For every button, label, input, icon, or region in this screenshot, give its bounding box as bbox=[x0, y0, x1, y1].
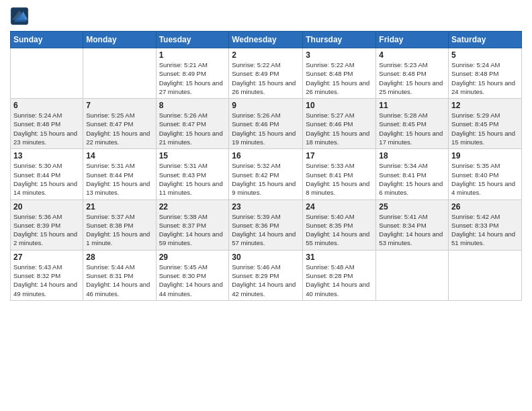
day-number: 30 bbox=[232, 253, 300, 262]
calendar-cell bbox=[11, 48, 83, 99]
calendar-cell: 1Sunrise: 5:21 AM Sunset: 8:49 PM Daylig… bbox=[156, 48, 229, 99]
calendar-cell bbox=[83, 48, 156, 99]
day-number: 6 bbox=[13, 101, 80, 110]
header-monday: Monday bbox=[83, 32, 156, 48]
calendar-week-1: 6Sunrise: 5:24 AM Sunset: 8:48 PM Daylig… bbox=[11, 99, 522, 149]
day-number: 15 bbox=[159, 151, 226, 161]
day-number: 26 bbox=[451, 202, 519, 212]
day-info: Sunrise: 5:28 AM Sunset: 8:45 PM Dayligh… bbox=[379, 111, 445, 146]
calendar-cell: 9Sunrise: 5:26 AM Sunset: 8:46 PM Daylig… bbox=[229, 99, 303, 149]
calendar-table: SundayMondayTuesdayWednesdayThursdayFrid… bbox=[10, 31, 522, 301]
header-wednesday: Wednesday bbox=[229, 32, 303, 48]
day-info: Sunrise: 5:37 AM Sunset: 8:38 PM Dayligh… bbox=[86, 212, 152, 248]
calendar-cell: 26Sunrise: 5:42 AM Sunset: 8:33 PM Dayli… bbox=[449, 199, 522, 250]
day-info: Sunrise: 5:38 AM Sunset: 8:37 PM Dayligh… bbox=[159, 212, 226, 248]
day-number: 8 bbox=[159, 101, 226, 110]
day-number: 19 bbox=[451, 151, 519, 161]
day-info: Sunrise: 5:45 AM Sunset: 8:30 PM Dayligh… bbox=[159, 263, 226, 298]
day-info: Sunrise: 5:22 AM Sunset: 8:49 PM Dayligh… bbox=[232, 60, 300, 96]
day-number: 29 bbox=[159, 253, 226, 262]
day-number: 25 bbox=[379, 202, 445, 212]
day-info: Sunrise: 5:25 AM Sunset: 8:47 PM Dayligh… bbox=[86, 111, 152, 146]
calendar-header-row: SundayMondayTuesdayWednesdayThursdayFrid… bbox=[11, 32, 522, 48]
calendar-cell: 7Sunrise: 5:25 AM Sunset: 8:47 PM Daylig… bbox=[83, 99, 156, 149]
day-number: 16 bbox=[232, 151, 300, 161]
day-number: 21 bbox=[86, 202, 152, 212]
calendar-cell: 11Sunrise: 5:28 AM Sunset: 8:45 PM Dayli… bbox=[376, 99, 449, 149]
calendar-cell: 15Sunrise: 5:31 AM Sunset: 8:43 PM Dayli… bbox=[156, 149, 229, 199]
day-number: 13 bbox=[13, 151, 80, 161]
day-info: Sunrise: 5:27 AM Sunset: 8:46 PM Dayligh… bbox=[306, 111, 373, 146]
day-number: 23 bbox=[232, 202, 300, 212]
day-info: Sunrise: 5:44 AM Sunset: 8:31 PM Dayligh… bbox=[86, 263, 152, 298]
header-thursday: Thursday bbox=[303, 32, 376, 48]
day-number: 18 bbox=[379, 151, 445, 161]
calendar-cell: 25Sunrise: 5:41 AM Sunset: 8:34 PM Dayli… bbox=[376, 199, 449, 250]
day-number: 20 bbox=[13, 202, 80, 212]
logo bbox=[10, 7, 30, 26]
calendar-cell bbox=[449, 250, 522, 300]
day-number: 14 bbox=[86, 151, 152, 161]
day-info: Sunrise: 5:26 AM Sunset: 8:47 PM Dayligh… bbox=[159, 111, 226, 146]
calendar-cell: 12Sunrise: 5:29 AM Sunset: 8:45 PM Dayli… bbox=[449, 99, 522, 149]
header-saturday: Saturday bbox=[449, 32, 522, 48]
day-info: Sunrise: 5:32 AM Sunset: 8:42 PM Dayligh… bbox=[232, 161, 300, 197]
day-info: Sunrise: 5:31 AM Sunset: 8:44 PM Dayligh… bbox=[86, 161, 152, 197]
day-number: 10 bbox=[306, 101, 373, 110]
calendar-cell: 4Sunrise: 5:23 AM Sunset: 8:48 PM Daylig… bbox=[376, 48, 449, 99]
calendar-cell: 3Sunrise: 5:22 AM Sunset: 8:48 PM Daylig… bbox=[303, 48, 376, 99]
day-info: Sunrise: 5:21 AM Sunset: 8:49 PM Dayligh… bbox=[159, 60, 226, 96]
day-number: 1 bbox=[159, 50, 226, 60]
calendar-week-4: 27Sunrise: 5:43 AM Sunset: 8:32 PM Dayli… bbox=[11, 250, 522, 300]
calendar-cell: 28Sunrise: 5:44 AM Sunset: 8:31 PM Dayli… bbox=[83, 250, 156, 300]
calendar-cell: 24Sunrise: 5:40 AM Sunset: 8:35 PM Dayli… bbox=[303, 199, 376, 250]
calendar-cell: 21Sunrise: 5:37 AM Sunset: 8:38 PM Dayli… bbox=[83, 199, 156, 250]
calendar-cell: 17Sunrise: 5:33 AM Sunset: 8:41 PM Dayli… bbox=[303, 149, 376, 199]
header-tuesday: Tuesday bbox=[156, 32, 229, 48]
calendar-cell: 8Sunrise: 5:26 AM Sunset: 8:47 PM Daylig… bbox=[156, 99, 229, 149]
day-number: 12 bbox=[451, 101, 519, 110]
calendar-cell: 13Sunrise: 5:30 AM Sunset: 8:44 PM Dayli… bbox=[11, 149, 83, 199]
calendar-week-2: 13Sunrise: 5:30 AM Sunset: 8:44 PM Dayli… bbox=[11, 149, 522, 199]
calendar-cell bbox=[376, 250, 449, 300]
day-info: Sunrise: 5:29 AM Sunset: 8:45 PM Dayligh… bbox=[451, 111, 519, 146]
calendar-cell: 23Sunrise: 5:39 AM Sunset: 8:36 PM Dayli… bbox=[229, 199, 303, 250]
calendar-cell: 22Sunrise: 5:38 AM Sunset: 8:37 PM Dayli… bbox=[156, 199, 229, 250]
logo-icon bbox=[10, 7, 29, 26]
day-info: Sunrise: 5:24 AM Sunset: 8:48 PM Dayligh… bbox=[451, 60, 519, 96]
header bbox=[10, 7, 522, 26]
calendar-cell: 5Sunrise: 5:24 AM Sunset: 8:48 PM Daylig… bbox=[449, 48, 522, 99]
calendar-cell: 30Sunrise: 5:46 AM Sunset: 8:29 PM Dayli… bbox=[229, 250, 303, 300]
day-number: 27 bbox=[13, 253, 80, 262]
calendar-cell: 20Sunrise: 5:36 AM Sunset: 8:39 PM Dayli… bbox=[11, 199, 83, 250]
day-info: Sunrise: 5:31 AM Sunset: 8:43 PM Dayligh… bbox=[159, 161, 226, 197]
day-number: 4 bbox=[379, 50, 445, 60]
calendar-cell: 16Sunrise: 5:32 AM Sunset: 8:42 PM Dayli… bbox=[229, 149, 303, 199]
day-info: Sunrise: 5:26 AM Sunset: 8:46 PM Dayligh… bbox=[232, 111, 300, 146]
day-info: Sunrise: 5:41 AM Sunset: 8:34 PM Dayligh… bbox=[379, 212, 445, 248]
day-info: Sunrise: 5:42 AM Sunset: 8:33 PM Dayligh… bbox=[451, 212, 519, 248]
day-number: 11 bbox=[379, 101, 445, 110]
calendar-cell: 27Sunrise: 5:43 AM Sunset: 8:32 PM Dayli… bbox=[11, 250, 83, 300]
day-info: Sunrise: 5:48 AM Sunset: 8:28 PM Dayligh… bbox=[306, 263, 373, 298]
day-number: 7 bbox=[86, 101, 152, 110]
day-info: Sunrise: 5:36 AM Sunset: 8:39 PM Dayligh… bbox=[13, 212, 80, 248]
calendar-week-0: 1Sunrise: 5:21 AM Sunset: 8:49 PM Daylig… bbox=[11, 48, 522, 99]
day-info: Sunrise: 5:30 AM Sunset: 8:44 PM Dayligh… bbox=[13, 161, 80, 197]
day-number: 31 bbox=[306, 253, 373, 262]
calendar-week-3: 20Sunrise: 5:36 AM Sunset: 8:39 PM Dayli… bbox=[11, 199, 522, 250]
day-number: 3 bbox=[306, 50, 373, 60]
header-friday: Friday bbox=[376, 32, 449, 48]
day-number: 28 bbox=[86, 253, 152, 262]
day-info: Sunrise: 5:22 AM Sunset: 8:48 PM Dayligh… bbox=[306, 60, 373, 96]
header-sunday: Sunday bbox=[11, 32, 83, 48]
day-number: 5 bbox=[451, 50, 519, 60]
calendar-cell: 31Sunrise: 5:48 AM Sunset: 8:28 PM Dayli… bbox=[303, 250, 376, 300]
day-number: 9 bbox=[232, 101, 300, 110]
page: SundayMondayTuesdayWednesdayThursdayFrid… bbox=[0, 0, 532, 411]
day-info: Sunrise: 5:43 AM Sunset: 8:32 PM Dayligh… bbox=[13, 263, 80, 298]
day-info: Sunrise: 5:34 AM Sunset: 8:41 PM Dayligh… bbox=[379, 161, 445, 197]
day-number: 22 bbox=[159, 202, 226, 212]
calendar-cell: 10Sunrise: 5:27 AM Sunset: 8:46 PM Dayli… bbox=[303, 99, 376, 149]
day-info: Sunrise: 5:46 AM Sunset: 8:29 PM Dayligh… bbox=[232, 263, 300, 298]
